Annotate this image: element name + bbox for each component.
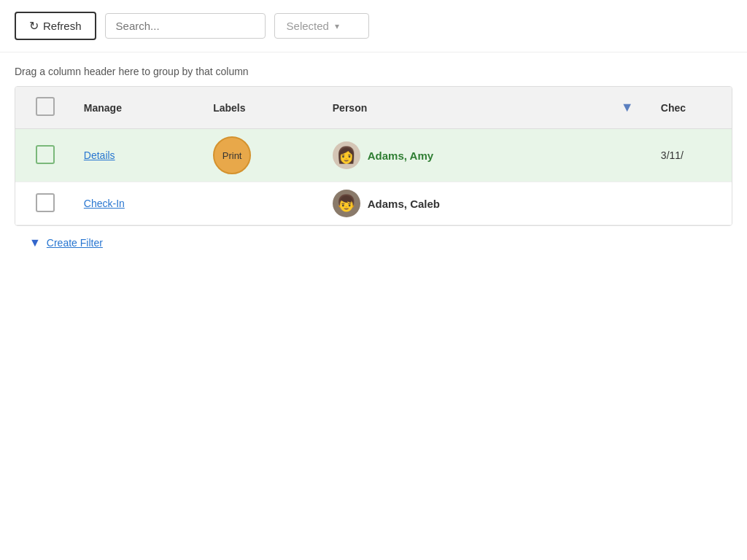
print-button[interactable]: Print bbox=[213, 136, 251, 174]
create-filter-row: ▼ Create Filter bbox=[15, 226, 732, 260]
header-labels: Labels bbox=[204, 87, 324, 129]
header-checkbox-cell[interactable] bbox=[15, 87, 75, 129]
filter-cell bbox=[603, 182, 652, 225]
selected-label: Selected bbox=[287, 20, 329, 32]
labels-cell: Print bbox=[204, 129, 324, 182]
data-table: Manage Labels Person ▼ Chec bbox=[15, 86, 732, 226]
avatar: 👦 bbox=[333, 190, 360, 217]
table-row: Details Print 👩 Adams, Amy 3/11/ bbox=[15, 129, 732, 182]
header-check: Chec bbox=[652, 87, 732, 129]
group-hint: Drag a column header here to group by th… bbox=[0, 52, 747, 86]
person-name: Adams, Amy bbox=[368, 149, 433, 162]
toolbar: ↻ Refresh Selected ▾ bbox=[0, 0, 747, 52]
manage-cell: Check-In bbox=[75, 182, 204, 225]
refresh-icon: ↻ bbox=[29, 19, 39, 33]
person-name: Adams, Caleb bbox=[368, 198, 440, 210]
row-checkbox-cell[interactable] bbox=[15, 182, 75, 225]
row-checkbox[interactable] bbox=[36, 193, 55, 212]
table-row: Check-In 👦 Adams, Caleb bbox=[15, 182, 732, 225]
date-value: 3/11/ bbox=[661, 149, 684, 161]
chevron-down-icon: ▾ bbox=[335, 21, 339, 31]
person-cell: 👩 Adams, Amy bbox=[324, 129, 603, 182]
person-cell: 👦 Adams, Caleb bbox=[324, 182, 603, 225]
check-in-link[interactable]: Check-In bbox=[84, 198, 125, 209]
table-header-row: Manage Labels Person ▼ Chec bbox=[15, 87, 732, 129]
details-link[interactable]: Details bbox=[84, 149, 115, 161]
row-checkbox-cell[interactable] bbox=[15, 129, 75, 182]
header-person: Person bbox=[324, 87, 603, 129]
filter-cell bbox=[603, 129, 652, 182]
row-checkbox[interactable] bbox=[36, 145, 55, 164]
header-manage: Manage bbox=[75, 87, 204, 129]
create-filter-icon: ▼ bbox=[29, 236, 41, 249]
search-input[interactable] bbox=[105, 13, 266, 39]
create-filter-link[interactable]: Create Filter bbox=[47, 237, 103, 249]
refresh-label: Refresh bbox=[43, 20, 82, 32]
refresh-button[interactable]: ↻ Refresh bbox=[15, 12, 96, 40]
header-filter[interactable]: ▼ bbox=[603, 87, 652, 129]
date-cell bbox=[652, 182, 732, 225]
date-cell: 3/11/ bbox=[652, 129, 732, 182]
select-all-checkbox[interactable] bbox=[36, 97, 55, 116]
avatar: 👩 bbox=[333, 141, 360, 169]
selected-dropdown[interactable]: Selected ▾ bbox=[274, 13, 369, 39]
filter-icon: ▼ bbox=[621, 100, 634, 114]
manage-cell: Details bbox=[75, 129, 204, 182]
labels-cell bbox=[204, 182, 324, 225]
